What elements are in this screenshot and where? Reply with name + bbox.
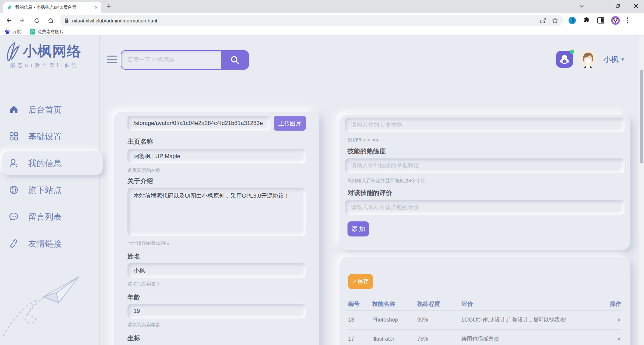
home-icon bbox=[9, 105, 19, 115]
name-hint: 请填写真实名字! bbox=[127, 281, 306, 287]
browser-profile-avatar[interactable] bbox=[611, 16, 620, 25]
evaluation-input[interactable] bbox=[345, 200, 625, 215]
about-label: 关于介绍 bbox=[127, 177, 306, 186]
skill-name-hint: 例如Photoshop bbox=[345, 137, 625, 143]
sidebar-item-messages[interactable]: 留言列表 bbox=[0, 203, 100, 230]
col-evaluation: 评价 bbox=[462, 300, 604, 308]
bookmarks-bar: 百度 P 免费素材图片 bbox=[0, 28, 644, 36]
logo-title: 小枫网络 bbox=[23, 42, 82, 61]
browser-menu-kebab-icon[interactable] bbox=[627, 17, 629, 24]
user-avatar[interactable] bbox=[579, 50, 597, 68]
qq-penguin-icon bbox=[559, 54, 570, 65]
user-icon bbox=[9, 158, 19, 168]
side-panel-icon[interactable] bbox=[597, 17, 604, 24]
grid-icon bbox=[9, 131, 19, 141]
age-hint: 请填写真实年龄! bbox=[127, 322, 306, 328]
browser-tab-bar: 我的信息 - 小枫拟态ui4.0后台管 ✕ + bbox=[0, 0, 644, 13]
location-label: 坐标 bbox=[127, 334, 306, 343]
logo-subtitle: 拟态UI后台管理系统 bbox=[10, 62, 79, 69]
bookmark-free-images[interactable]: P 免费素材图片 bbox=[30, 29, 64, 35]
globe-icon bbox=[9, 185, 19, 195]
qq-notification-button[interactable] bbox=[556, 51, 573, 68]
bookmark-label: 免费素材图片 bbox=[38, 29, 64, 35]
extensions-puzzle-icon[interactable] bbox=[583, 17, 590, 24]
skill-add-card: 例如Photoshop 技能的熟练度 只能输入百分比并且不能超过4个字符 对该技… bbox=[339, 115, 630, 250]
col-skill: 技能名称 bbox=[372, 300, 417, 308]
search-input[interactable] bbox=[121, 50, 221, 70]
name-label: 姓名 bbox=[127, 252, 306, 261]
col-proficiency: 熟练程度 bbox=[417, 300, 462, 308]
about-textarea[interactable]: 本站前端源代码以及UI图由小枫原创，采用GPL3.0开源协议！ bbox=[127, 188, 306, 236]
comments-icon bbox=[9, 212, 19, 222]
browser-tab[interactable]: 我的信息 - 小枫拟态ui4.0后台管 ✕ bbox=[3, 2, 101, 13]
browser-toolbar: nitai4.xfwl.club/admin/information.html bbox=[0, 13, 644, 28]
table-header-row: 编号 技能名称 熟练程度 评价 操作 bbox=[348, 298, 621, 310]
skills-table: 编号 技能名称 熟练程度 评价 操作 18 Photoshop 90% LOGO… bbox=[348, 298, 621, 345]
proficiency-hint: 只能输入百分比并且不能超过4个字符 bbox=[345, 178, 625, 184]
skill-name-input[interactable] bbox=[345, 118, 625, 132]
sidebar-menu: 后台首页 基础设置 我的信息 bbox=[0, 96, 100, 257]
sidebar: 小枫网络 拟态UI后台管理系统 后台首页 基础设置 bbox=[0, 36, 100, 345]
home-button[interactable] bbox=[45, 15, 56, 26]
scrollbar-thumb[interactable] bbox=[640, 70, 643, 163]
site-search bbox=[121, 50, 249, 70]
bookmark-star-icon[interactable] bbox=[552, 17, 558, 23]
bookmark-baidu[interactable]: 百度 bbox=[5, 29, 21, 35]
age-label: 年龄 bbox=[127, 293, 306, 302]
maple-logo-icon bbox=[3, 41, 21, 62]
about-hint: 写一段介绍自己的话 bbox=[127, 240, 306, 246]
homepage-name-label: 主页名称 bbox=[127, 137, 306, 146]
pixabay-icon: P bbox=[30, 29, 35, 34]
user-menu[interactable]: 小枫 ▾ bbox=[603, 54, 624, 65]
tab-title: 我的信息 - 小枫拟态ui4.0后台管 bbox=[15, 4, 86, 10]
reload-button[interactable] bbox=[31, 15, 42, 26]
delete-row-icon[interactable]: ✕ bbox=[604, 317, 621, 323]
page-scrollbar bbox=[639, 36, 644, 345]
proficiency-label: 技能的熟练度 bbox=[345, 147, 625, 156]
sidebar-item-sites[interactable]: 旗下站点 bbox=[0, 177, 100, 203]
table-row: 18 Photoshop 90% LOGO制作,UI设计,广告设计...都可以找… bbox=[348, 310, 621, 330]
proficiency-input[interactable] bbox=[345, 158, 625, 173]
age-input[interactable] bbox=[127, 304, 306, 319]
baidu-paw-icon bbox=[5, 29, 10, 34]
save-button[interactable]: ✓保存 bbox=[348, 274, 373, 289]
lock-icon bbox=[64, 18, 69, 23]
avatar-path-input[interactable] bbox=[127, 116, 270, 131]
add-skill-button[interactable]: 添 加 bbox=[347, 221, 369, 236]
paper-plane-decoration bbox=[0, 253, 94, 343]
window-restore-icon[interactable] bbox=[615, 3, 621, 9]
homepage-name-input[interactable] bbox=[127, 149, 306, 163]
menu-toggle-button[interactable] bbox=[107, 56, 117, 66]
forward-button[interactable] bbox=[17, 15, 28, 26]
skills-table-card: ✓保存 编号 技能名称 熟练程度 评价 操作 18 Photoshop 90% … bbox=[339, 257, 630, 345]
col-id: 编号 bbox=[348, 300, 372, 308]
username-text: 小枫 bbox=[603, 54, 619, 65]
sidebar-item-basic-settings[interactable]: 基础设置 bbox=[0, 123, 100, 150]
evaluation-label: 对该技能的评价 bbox=[345, 189, 625, 197]
search-icon bbox=[230, 55, 239, 65]
homepage-name-hint: 首页展示的名称 bbox=[127, 167, 306, 174]
window-minimize-icon[interactable] bbox=[597, 3, 602, 9]
share-icon[interactable] bbox=[540, 18, 546, 23]
search-button[interactable] bbox=[221, 50, 249, 70]
site-favicon-leaf-icon bbox=[7, 5, 12, 10]
name-input[interactable] bbox=[127, 263, 306, 278]
delete-row-icon[interactable]: ✕ bbox=[604, 336, 621, 342]
upload-image-button[interactable]: 上传图片 bbox=[274, 116, 306, 131]
col-actions: 操作 bbox=[604, 300, 621, 308]
sidebar-item-my-info[interactable]: 我的信息 bbox=[0, 150, 100, 177]
user-menu-caret-icon: ▾ bbox=[621, 56, 624, 62]
new-tab-button[interactable]: + bbox=[107, 3, 111, 10]
admin-app: 小枫网络 拟态UI后台管理系统 后台首页 基础设置 bbox=[0, 36, 644, 345]
window-close-icon[interactable] bbox=[633, 3, 639, 9]
tab-close-icon[interactable]: ✕ bbox=[94, 5, 98, 10]
link-icon bbox=[9, 238, 19, 249]
extension-blue-icon[interactable] bbox=[568, 16, 576, 24]
window-menu-chevron-icon[interactable] bbox=[579, 3, 584, 9]
bookmark-label: 百度 bbox=[12, 29, 21, 35]
sidebar-item-dashboard[interactable]: 后台首页 bbox=[0, 96, 100, 123]
url-bar[interactable]: nitai4.xfwl.club/admin/information.html bbox=[60, 15, 563, 26]
profile-form-card: 上传图片 主页名称 首页展示的名称 关于介绍 本站前端源代码以及UI图由小枫原创… bbox=[114, 112, 319, 345]
back-button[interactable] bbox=[3, 15, 14, 26]
table-row: 17 Illustrator 75% 绘图也很腻害噢 ✕ bbox=[348, 330, 621, 345]
